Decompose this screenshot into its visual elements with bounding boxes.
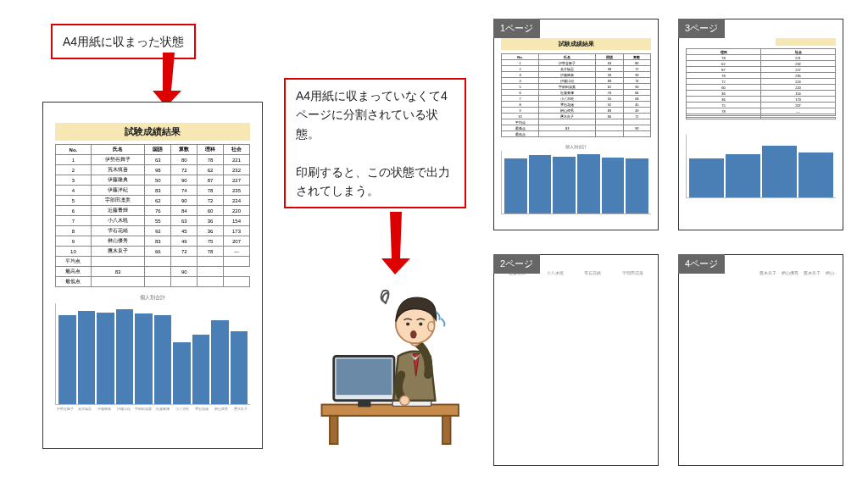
chart-xlabels: 伊勢谷舞子荒木慎吾伊藤隆典伊藤洋紀宇部田凛美近藤青輝小八木暁雫石花緒桝山優秀鷹木… (55, 407, 250, 411)
callout-split-text: A4用紙に収まっていなくて4ページに分割されている状態。 印刷すると、この状態で… (296, 86, 454, 200)
svg-point-13 (406, 322, 409, 325)
chart-title: 個人別合計 (55, 294, 250, 302)
confused-worker-illustration (314, 280, 475, 449)
callout-fit-text: A4用紙に収まった状態 (63, 32, 184, 51)
table-p3: 理科社会 78221622328722778235722246022036154… (686, 48, 836, 119)
chart-main (55, 303, 250, 405)
svg-rect-6 (337, 358, 392, 395)
page-tag-3: 3ページ (678, 19, 725, 38)
page-tag-2: 2ページ (493, 254, 540, 274)
svg-point-14 (419, 322, 422, 325)
svg-rect-3 (330, 416, 338, 444)
sheet-page-3: 3ページ 理科社会 782216223287227782357222460220… (678, 19, 843, 230)
page-tag-1: 1ページ (493, 19, 540, 38)
svg-marker-1 (381, 212, 410, 274)
sheet-page-1: 1ページ 試験成績結果 No.氏名国語算数 1伊勢谷舞子63802荒木慎吾987… (493, 19, 659, 230)
sheet-page-4: 4ページ 鷹木良子桝山優秀鷹木良子桝山- (678, 254, 843, 466)
svg-point-15 (410, 330, 417, 339)
svg-rect-7 (358, 401, 370, 408)
pointer-right (381, 212, 415, 275)
svg-point-9 (400, 396, 409, 405)
svg-rect-2 (322, 405, 459, 416)
svg-marker-0 (153, 53, 181, 107)
svg-rect-4 (442, 416, 451, 444)
report-title-p1: 試験成績結果 (501, 38, 651, 50)
page-tag-4: 4ページ (678, 254, 725, 274)
report-title: 試験成績結果 (55, 123, 250, 141)
report-table: No.氏名国語算数理科社会 1伊勢谷舞子6380782212荒木慎吾987262… (55, 144, 250, 287)
chart-p3 (686, 135, 836, 198)
sheet-page-2: 2ページ 近藤青輝小八木暁雫石花緒宇部田凛美 (493, 254, 659, 466)
svg-point-12 (428, 322, 435, 331)
sheet-fit-a4: 試験成績結果 No.氏名国語算数理科社会 1伊勢谷舞子6380782212荒木慎… (42, 102, 263, 449)
table-p1: No.氏名国語算数 1伊勢谷舞子63802荒木慎吾98723伊藤隆典50904伊… (501, 53, 651, 137)
pointer-left (153, 53, 186, 108)
callout-split: A4用紙に収まっていなくて4ページに分割されている状態。 印刷すると、この状態で… (284, 78, 466, 208)
chart-title-p1: 個人別合計 (501, 144, 651, 149)
chart-p1 (501, 151, 651, 214)
